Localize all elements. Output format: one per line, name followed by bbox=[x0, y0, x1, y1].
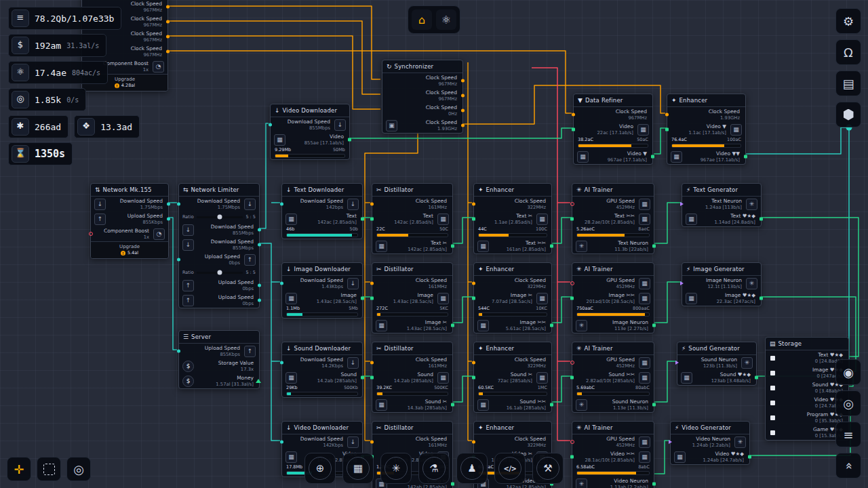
port-orange[interactable] bbox=[370, 203, 374, 206]
port-green[interactable] bbox=[550, 324, 553, 327]
port-purple[interactable] bbox=[669, 440, 672, 444]
port-green[interactable] bbox=[570, 218, 574, 221]
settings-button[interactable]: ⚙ bbox=[835, 8, 861, 34]
node-distillator-text[interactable]: ✂DistillatorClock Speed161MHzText142ac [… bbox=[372, 183, 453, 254]
node-network[interactable]: ⇅Network Mk.155↓Download Speed1.75Mbps↑U… bbox=[90, 183, 169, 259]
port-green[interactable] bbox=[744, 155, 747, 159]
port-teal[interactable] bbox=[258, 284, 261, 287]
port-green[interactable] bbox=[570, 297, 574, 300]
port-green[interactable] bbox=[572, 128, 575, 131]
node-image-downloader[interactable]: ↓Image DownloaderDownload Speed1.43Kbps↓… bbox=[281, 262, 363, 319]
port-teal[interactable] bbox=[269, 123, 272, 127]
port-green[interactable] bbox=[472, 218, 475, 221]
port-orange[interactable] bbox=[166, 50, 170, 54]
port-orange[interactable] bbox=[166, 5, 170, 9]
port-orange[interactable] bbox=[370, 361, 374, 365]
port-green[interactable] bbox=[472, 297, 475, 300]
node-ai-trainer-video[interactable]: ✳AI TrainerGPU Speed452MHz▦Video ✂✂28.1a… bbox=[572, 421, 654, 488]
port-green[interactable] bbox=[451, 403, 454, 407]
port-green[interactable] bbox=[472, 376, 475, 380]
port-green[interactable] bbox=[651, 155, 654, 159]
port-red[interactable] bbox=[89, 232, 93, 236]
port-teal[interactable] bbox=[167, 218, 170, 221]
port-orange[interactable] bbox=[461, 109, 465, 113]
achievements-button[interactable]: Ω bbox=[835, 39, 861, 65]
slider-knob[interactable] bbox=[218, 215, 222, 220]
port-orange[interactable] bbox=[472, 282, 475, 285]
stack-button[interactable]: ≡ bbox=[835, 422, 861, 447]
target-button[interactable]: ◎ bbox=[835, 390, 861, 416]
port-green[interactable] bbox=[550, 245, 553, 248]
home-button[interactable]: ⌂ bbox=[412, 9, 432, 30]
port-green[interactable] bbox=[652, 403, 656, 407]
port-teal[interactable] bbox=[177, 350, 180, 353]
port-green[interactable] bbox=[361, 218, 364, 221]
node-ai-trainer-image[interactable]: ✳AI TrainerGPU Speed452MHz▦Image ✂✂201ad… bbox=[572, 262, 654, 333]
port-purple[interactable] bbox=[675, 361, 679, 365]
lab-tab-button[interactable]: ⚗ bbox=[418, 453, 450, 484]
port-orange[interactable] bbox=[665, 113, 669, 117]
box-select-tool-button[interactable] bbox=[37, 457, 61, 481]
port-orange[interactable] bbox=[461, 94, 465, 98]
port-orange[interactable] bbox=[370, 282, 374, 285]
port-green[interactable] bbox=[370, 218, 374, 221]
port-orange[interactable] bbox=[472, 441, 475, 444]
port-green[interactable] bbox=[570, 455, 574, 459]
port-orange[interactable] bbox=[461, 124, 465, 127]
port-green[interactable] bbox=[348, 138, 351, 142]
cooling-tab-button[interactable]: ✳ bbox=[380, 453, 412, 484]
slider-knob[interactable] bbox=[218, 270, 222, 275]
port-red[interactable] bbox=[570, 202, 574, 206]
journal-button[interactable]: ▤ bbox=[835, 70, 861, 96]
profile-tab-button[interactable]: ♟ bbox=[456, 453, 488, 484]
node-text-generator[interactable]: ⚡Text GeneratorText Neuron1.24aa [113b/s… bbox=[682, 183, 762, 227]
port-green[interactable] bbox=[370, 297, 374, 300]
port-green[interactable] bbox=[361, 297, 364, 300]
node-enhancer-sound[interactable]: ✦EnhancerClock Speed322MHzSound ✂72ac [2… bbox=[473, 342, 552, 413]
port-teal[interactable] bbox=[258, 243, 261, 247]
port-green[interactable] bbox=[760, 218, 763, 221]
port-teal[interactable] bbox=[280, 361, 283, 365]
port-green[interactable] bbox=[652, 483, 656, 486]
port-orange[interactable] bbox=[166, 35, 170, 39]
node-distillator-image[interactable]: ✂DistillatorClock Speed161MHzImage1.43ac… bbox=[372, 262, 453, 333]
node-image-generator[interactable]: ⚡Image GeneratorImage Neuron12.1t [1.13b… bbox=[682, 262, 762, 306]
slider-track[interactable] bbox=[197, 272, 243, 274]
port-purple[interactable] bbox=[680, 281, 684, 285]
scroll-top-button[interactable]: » bbox=[835, 453, 861, 479]
hardware-tab-button[interactable]: ▦ bbox=[342, 453, 374, 484]
port-teal[interactable] bbox=[258, 299, 261, 302]
galaxy-button[interactable]: ◉ bbox=[835, 359, 861, 385]
port-teal[interactable] bbox=[280, 441, 283, 444]
node-enhancer-image[interactable]: ✦EnhancerClock Speed322MHzImage ✂7.07ad … bbox=[473, 262, 552, 333]
ratio-slider[interactable]: Ratio5 : 5 bbox=[179, 211, 259, 222]
node-server[interactable]: ☰ServerUpload Speed855Kbps↑$Storage Valu… bbox=[178, 330, 260, 389]
node-text-downloader[interactable]: ↓Text DownloaderDownload Speed142bps↓▦Te… bbox=[281, 183, 363, 239]
node-synchronizer[interactable]: ↻SynchronizerClock Speed967MHzClock Spee… bbox=[382, 60, 463, 134]
port-orange[interactable] bbox=[472, 203, 475, 206]
port-green[interactable] bbox=[570, 376, 574, 380]
port-green[interactable] bbox=[665, 128, 669, 131]
port-red[interactable] bbox=[570, 361, 574, 365]
node-video-downloader-top[interactable]: ↓Video DownloaderDownload Speed855Mbps↓▦… bbox=[270, 104, 350, 160]
port-teal[interactable] bbox=[280, 203, 283, 206]
node-distillator-sound[interactable]: ✂DistillatorClock Speed161MHzSound14.2ab… bbox=[372, 342, 453, 413]
move-tool-button[interactable]: ✛ bbox=[7, 457, 31, 481]
port-red[interactable] bbox=[570, 281, 574, 285]
slider-track[interactable] bbox=[197, 216, 243, 218]
port-orange[interactable] bbox=[461, 79, 465, 83]
node-data-refiner[interactable]: ▼Data RefinerClock Speed967MHzVideo22ac … bbox=[573, 94, 653, 165]
port-green[interactable] bbox=[550, 403, 553, 407]
port-green[interactable] bbox=[451, 245, 454, 248]
port-green[interactable] bbox=[755, 376, 758, 380]
port-orange[interactable] bbox=[166, 20, 170, 24]
workshop-tab-button[interactable]: ⚒ bbox=[532, 453, 564, 484]
upgrade-button[interactable]: Upgrade5.4al bbox=[91, 241, 168, 258]
node-sound-generator[interactable]: ⚡Sound GeneratorSound Neuron123b [11.3b/… bbox=[677, 342, 757, 386]
port-orange[interactable] bbox=[472, 361, 475, 365]
node-sound-downloader[interactable]: ↓Sound DownloaderDownload Speed14.2Kbps↓… bbox=[281, 342, 363, 398]
center-view-button[interactable]: ◎ bbox=[66, 457, 91, 481]
port-teal[interactable] bbox=[177, 258, 180, 262]
node-network-limiter[interactable]: ⇆Network LimiterDownload Speed1.75Mbps↓R… bbox=[178, 183, 260, 308]
port-green[interactable] bbox=[748, 455, 751, 459]
